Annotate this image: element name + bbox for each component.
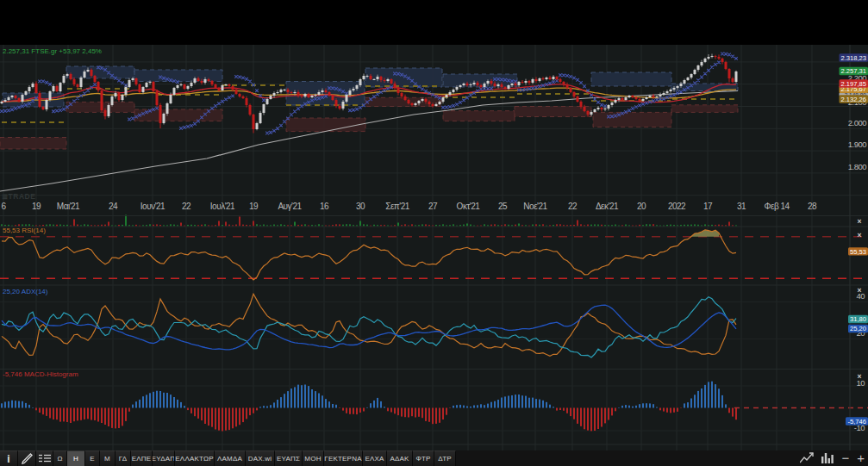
- svg-text:31: 31: [737, 202, 746, 211]
- svg-text:24: 24: [109, 202, 118, 211]
- svg-text:-5,746 MACD-Histogram: -5,746 MACD-Histogram: [3, 370, 78, 378]
- svg-text:25,20: 25,20: [850, 325, 866, 332]
- svg-text:40: 40: [856, 291, 865, 301]
- svg-text:25: 25: [498, 202, 508, 211]
- svg-text:Ιουν'21: Ιουν'21: [141, 202, 165, 211]
- svg-text:10: 10: [856, 378, 865, 388]
- svg-text:1.900: 1.900: [848, 140, 866, 149]
- svg-text:Μαι'21: Μαι'21: [57, 202, 80, 211]
- svg-text:19: 19: [249, 202, 259, 211]
- svg-text:2.257,31 FTSE.gr +53,97 2,45%: 2.257,31 FTSE.gr +53,97 2,45%: [3, 47, 102, 55]
- svg-text:2.197,85: 2.197,85: [840, 80, 866, 88]
- svg-text:≣TRADE: ≣TRADE: [2, 192, 35, 201]
- svg-text:Φεβ 14: Φεβ 14: [764, 202, 790, 211]
- svg-text:22: 22: [568, 202, 578, 211]
- svg-text:20: 20: [637, 202, 646, 211]
- svg-text:2.318,23: 2.318,23: [840, 54, 866, 62]
- svg-text:Οκτ'21: Οκτ'21: [457, 202, 481, 211]
- svg-text:-5,746: -5,746: [847, 418, 866, 426]
- svg-text:28: 28: [808, 202, 817, 211]
- svg-text:Αυγ'21: Αυγ'21: [278, 202, 302, 211]
- svg-text:17: 17: [703, 202, 713, 211]
- svg-text:×: ×: [858, 231, 862, 239]
- svg-text:22: 22: [182, 202, 191, 211]
- svg-text:55,53: 55,53: [850, 248, 866, 256]
- svg-text:27: 27: [428, 202, 438, 211]
- svg-text:2022: 2022: [668, 202, 686, 211]
- svg-text:16: 16: [320, 202, 329, 211]
- svg-text:Νοε'21: Νοε'21: [523, 202, 547, 211]
- svg-text:25,20 ADX(14): 25,20 ADX(14): [3, 288, 48, 295]
- svg-text:2.132,26: 2.132,26: [840, 96, 866, 103]
- svg-text:19: 19: [32, 202, 41, 211]
- svg-text:2.000: 2.000: [848, 118, 866, 127]
- svg-text:Ιουλ'21: Ιουλ'21: [210, 202, 235, 211]
- svg-text:Δεκ'21: Δεκ'21: [596, 202, 619, 211]
- svg-text:55,53 RSI(14): 55,53 RSI(14): [3, 227, 46, 234]
- svg-text:1.800: 1.800: [848, 162, 866, 171]
- svg-text:2.257,31: 2.257,31: [840, 67, 866, 75]
- svg-text:×: ×: [858, 217, 862, 226]
- svg-text:31,80: 31,80: [850, 315, 866, 323]
- svg-text:Σεπ'21: Σεπ'21: [385, 202, 410, 211]
- svg-text:30: 30: [356, 202, 365, 211]
